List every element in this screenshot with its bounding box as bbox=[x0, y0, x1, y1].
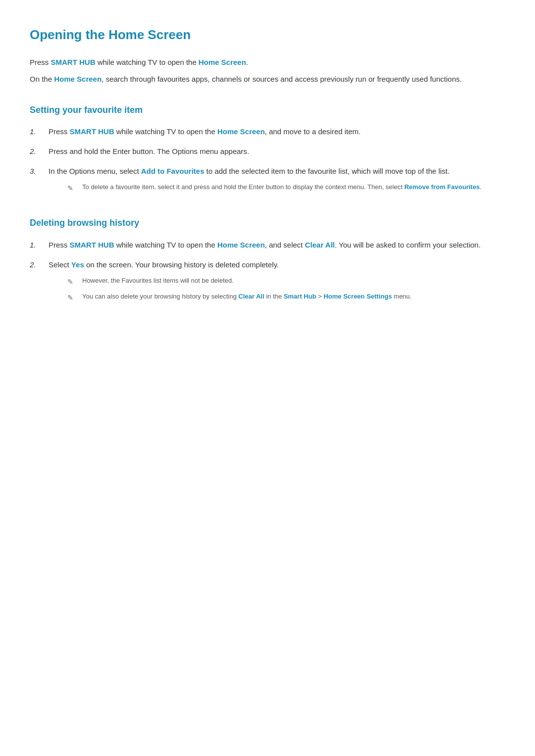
step-number-1: 1. bbox=[30, 126, 45, 138]
section-setting-favourite: Setting your favourite item 1. Press SMA… bbox=[30, 103, 505, 199]
home-screen-link-s1: Home Screen bbox=[217, 127, 265, 136]
yes-link-h2: Yes bbox=[71, 260, 84, 269]
smart-hub-link-h2: Smart Hub bbox=[284, 293, 317, 300]
add-to-favourites-link: Add to Favourites bbox=[141, 167, 205, 175]
step-number-3: 3. bbox=[30, 165, 45, 177]
remove-from-favourites-link: Remove from Favourites bbox=[404, 183, 480, 191]
step-text-h1: Press SMART HUB while watching TV to ope… bbox=[49, 239, 505, 251]
smart-hub-link-s1: SMART HUB bbox=[70, 127, 114, 136]
clear-all-link-h1: Clear All bbox=[305, 241, 334, 249]
note-item-h1: However, the Favourites list items will … bbox=[67, 276, 505, 288]
step-text-h2: Select Yes on the screen. Your browsing … bbox=[49, 260, 279, 269]
note-text-h1: However, the Favourites list items will … bbox=[82, 276, 234, 286]
step-number-h1: 1. bbox=[30, 239, 45, 251]
step-1-history: 1. Press SMART HUB while watching TV to … bbox=[30, 239, 505, 251]
steps-list-favourites: 1. Press SMART HUB while watching TV to … bbox=[30, 126, 505, 198]
home-screen-link-h1: Home Screen bbox=[217, 241, 265, 249]
section-title-favourites: Setting your favourite item bbox=[30, 103, 505, 117]
pencil-icon-h1 bbox=[67, 276, 78, 288]
smart-hub-link-intro1: SMART HUB bbox=[51, 58, 96, 66]
step-text-1: Press SMART HUB while watching TV to ope… bbox=[49, 126, 505, 138]
step-1-favourites: 1. Press SMART HUB while watching TV to … bbox=[30, 126, 505, 138]
step-number-2: 2. bbox=[30, 146, 45, 157]
step-3-favourites: 3. In the Options menu, select Add to Fa… bbox=[30, 165, 505, 198]
note-block-history: However, the Favourites list items will … bbox=[67, 276, 505, 303]
intro-section: Press SMART HUB while watching TV to ope… bbox=[30, 56, 505, 85]
note-item-1: To delete a favourite item, select it an… bbox=[67, 182, 505, 194]
pencil-icon-1 bbox=[67, 183, 78, 194]
note-item-h2: You can also delete your browsing histor… bbox=[67, 292, 505, 303]
home-screen-link-intro2: Home Screen bbox=[54, 75, 102, 83]
section-deleting-history: Deleting browsing history 1. Press SMART… bbox=[30, 216, 505, 307]
step-2-favourites: 2. Press and hold the Enter button. The … bbox=[30, 146, 505, 157]
section-title-history: Deleting browsing history bbox=[30, 216, 505, 230]
clear-all-link-h2: Clear All bbox=[238, 293, 264, 300]
step-number-h2: 2. bbox=[30, 259, 45, 271]
note-block-1: To delete a favourite item, select it an… bbox=[67, 182, 505, 194]
page-title: Opening the Home Screen bbox=[30, 25, 505, 46]
step-text-3: In the Options menu, select Add to Favou… bbox=[49, 167, 450, 175]
steps-list-history: 1. Press SMART HUB while watching TV to … bbox=[30, 239, 505, 307]
pencil-icon-h2 bbox=[67, 292, 78, 303]
note-text-1: To delete a favourite item, select it an… bbox=[82, 182, 482, 192]
step-text-2: Press and hold the Enter button. The Opt… bbox=[49, 146, 505, 157]
intro-paragraph-2: On the Home Screen, search through favou… bbox=[30, 73, 505, 85]
intro-paragraph-1: Press SMART HUB while watching TV to ope… bbox=[30, 56, 505, 68]
home-screen-settings-link: Home Screen Settings bbox=[323, 293, 392, 300]
step-2-history: 2. Select Yes on the screen. Your browsi… bbox=[30, 259, 505, 307]
smart-hub-link-h1: SMART HUB bbox=[70, 241, 114, 249]
note-text-h2: You can also delete your browsing histor… bbox=[82, 292, 412, 302]
home-screen-link-intro1: Home Screen bbox=[199, 58, 246, 66]
